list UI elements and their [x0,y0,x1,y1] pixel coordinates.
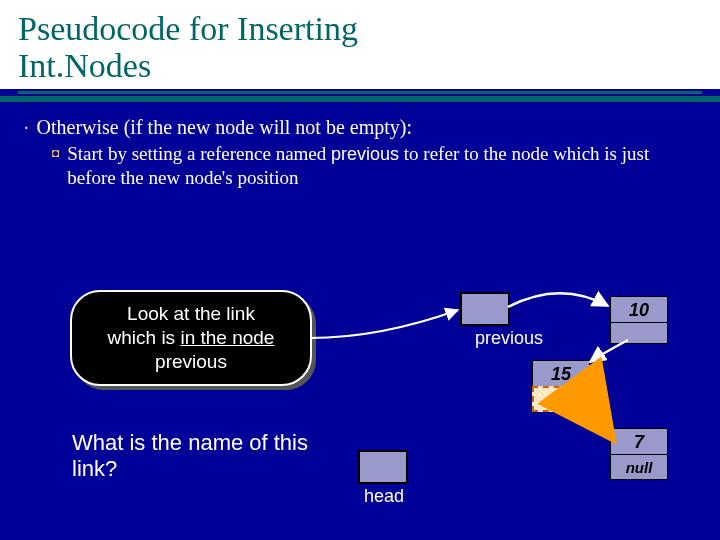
arrow-10-to-15 [590,340,628,362]
slide: Pseudocode for Inserting Int.Nodes · Oth… [0,0,720,540]
arrow-hint-to-previous [310,310,458,338]
arrow-15-to-7 [584,400,612,438]
arrows-layer [0,0,720,540]
arrow-previous-to-10 [508,293,608,307]
